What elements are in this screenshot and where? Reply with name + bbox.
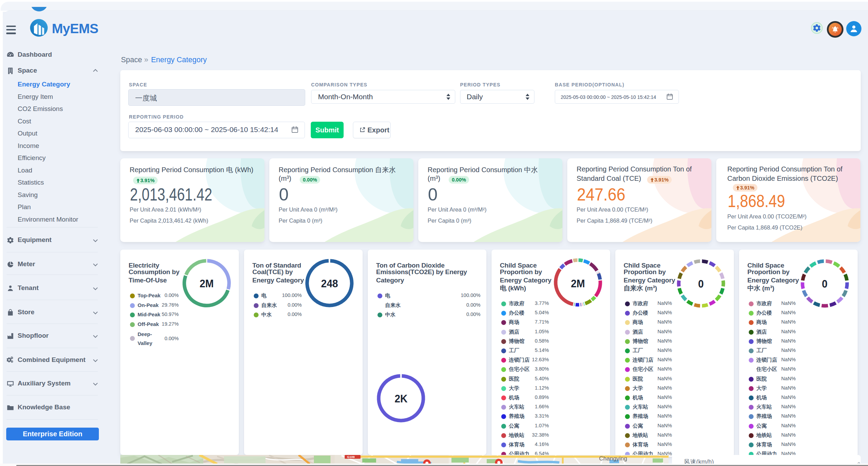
svg-text:Changying: Changying — [599, 455, 627, 462]
svg-text:G109: G109 — [347, 455, 355, 459]
